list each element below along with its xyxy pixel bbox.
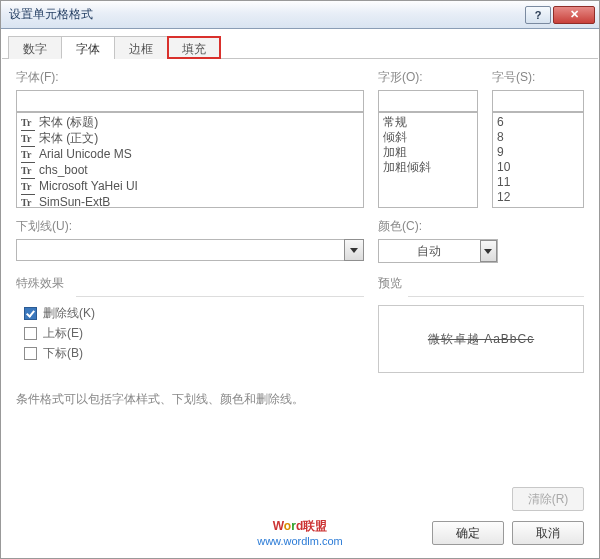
- effects-preview-row: 特殊效果 删除线(K) 上标(E) 下标(B): [16, 263, 584, 373]
- truetype-icon: Tr: [21, 163, 35, 179]
- color-combo[interactable]: 自动: [378, 239, 498, 263]
- font-row: 字体(F): Tr宋体 (标题) Tr宋体 (正文) TrArial Unico…: [16, 69, 584, 208]
- help-button[interactable]: ?: [525, 6, 551, 24]
- tab-strip: 数字 字体 边框 填充: [2, 29, 598, 59]
- truetype-icon: Tr: [21, 115, 35, 131]
- font-input[interactable]: [16, 90, 364, 112]
- divider: [408, 296, 584, 297]
- clear-button-wrap: 清除(R): [512, 487, 584, 511]
- underline-column: 下划线(U):: [16, 218, 364, 263]
- font-option[interactable]: Trchs_boot: [21, 163, 359, 179]
- style-option[interactable]: 倾斜: [383, 130, 473, 145]
- size-option[interactable]: 10: [497, 160, 579, 175]
- strikethrough-checkbox[interactable]: [24, 307, 37, 320]
- font-option[interactable]: TrArial Unicode MS: [21, 147, 359, 163]
- color-column: 颜色(C): 自动: [378, 218, 584, 263]
- watermark-brand: Word联盟: [257, 518, 343, 535]
- color-label: 颜色(C):: [378, 218, 584, 235]
- client-area: 数字 字体 边框 填充 字体(F): Tr宋体 (标题) Tr宋体 (正文) T…: [2, 29, 598, 557]
- dialog-footer: 确定 取消: [432, 521, 584, 545]
- underline-color-row: 下划线(U): 颜色(C): 自动: [16, 218, 584, 263]
- superscript-label: 上标(E): [43, 325, 83, 342]
- style-option[interactable]: 加粗: [383, 145, 473, 160]
- tab-fill[interactable]: 填充: [167, 36, 221, 59]
- chevron-down-icon[interactable]: [480, 240, 497, 262]
- truetype-icon: Tr: [21, 195, 35, 208]
- truetype-icon: Tr: [21, 179, 35, 195]
- divider: [76, 296, 364, 297]
- font-listbox[interactable]: Tr宋体 (标题) Tr宋体 (正文) TrArial Unicode MS T…: [16, 112, 364, 208]
- size-option[interactable]: 6: [497, 115, 579, 130]
- underline-label: 下划线(U):: [16, 218, 364, 235]
- style-label: 字形(O):: [378, 69, 478, 86]
- subscript-checkbox[interactable]: [24, 347, 37, 360]
- size-label: 字号(S):: [492, 69, 584, 86]
- font-label: 字体(F):: [16, 69, 364, 86]
- cancel-button[interactable]: 取消: [512, 521, 584, 545]
- size-option[interactable]: 9: [497, 145, 579, 160]
- superscript-checkbox[interactable]: [24, 327, 37, 340]
- size-option[interactable]: 12: [497, 190, 579, 205]
- tab-font[interactable]: 字体: [61, 36, 115, 59]
- font-option[interactable]: Tr宋体 (正文): [21, 131, 359, 147]
- style-option[interactable]: 常规: [383, 115, 473, 130]
- size-option[interactable]: 11: [497, 175, 579, 190]
- tab-body: 字体(F): Tr宋体 (标题) Tr宋体 (正文) TrArial Unico…: [2, 59, 598, 418]
- titlebar: 设置单元格格式 ? ✕: [1, 1, 599, 29]
- underline-input[interactable]: [16, 239, 344, 261]
- watermark: Word联盟 www.wordlm.com: [257, 518, 343, 547]
- style-option[interactable]: 加粗倾斜: [383, 160, 473, 175]
- underline-combo[interactable]: [16, 239, 364, 261]
- superscript-checkbox-row[interactable]: 上标(E): [24, 325, 364, 342]
- strikethrough-label: 删除线(K): [43, 305, 95, 322]
- color-value: 自动: [379, 243, 480, 260]
- size-option[interactable]: 8: [497, 130, 579, 145]
- font-option[interactable]: Tr宋体 (标题): [21, 115, 359, 131]
- close-button[interactable]: ✕: [553, 6, 595, 24]
- preview-text: 微软卓越 AaBbCc: [428, 331, 534, 348]
- clear-button[interactable]: 清除(R): [512, 487, 584, 511]
- strikethrough-checkbox-row[interactable]: 删除线(K): [24, 305, 364, 322]
- size-listbox[interactable]: 6 8 9 10 11 12: [492, 112, 584, 208]
- truetype-icon: Tr: [21, 147, 35, 163]
- watermark-url: www.wordlm.com: [257, 535, 343, 547]
- special-effects-group: 特殊效果 删除线(K) 上标(E) 下标(B): [16, 275, 364, 373]
- size-column: 字号(S): 6 8 9 10 11 12: [492, 69, 584, 208]
- format-cells-dialog: 设置单元格格式 ? ✕ 数字 字体 边框 填充 字体(F): Tr宋体 (标题)…: [0, 0, 600, 559]
- preview-title: 预览: [378, 275, 584, 292]
- hint-text: 条件格式可以包括字体样式、下划线、颜色和删除线。: [16, 391, 584, 408]
- ok-button[interactable]: 确定: [432, 521, 504, 545]
- tab-border[interactable]: 边框: [114, 36, 168, 59]
- font-option[interactable]: TrSimSun-ExtB: [21, 195, 359, 208]
- style-input[interactable]: [378, 90, 478, 112]
- size-input[interactable]: [492, 90, 584, 112]
- style-column: 字形(O): 常规 倾斜 加粗 加粗倾斜: [378, 69, 478, 208]
- font-column: 字体(F): Tr宋体 (标题) Tr宋体 (正文) TrArial Unico…: [16, 69, 364, 208]
- window-title: 设置单元格格式: [9, 6, 525, 23]
- font-option[interactable]: TrMicrosoft YaHei UI: [21, 179, 359, 195]
- chevron-down-icon[interactable]: [344, 239, 364, 261]
- titlebar-buttons: ? ✕: [525, 6, 595, 24]
- preview-box: 微软卓越 AaBbCc: [378, 305, 584, 373]
- truetype-icon: Tr: [21, 131, 35, 147]
- subscript-label: 下标(B): [43, 345, 83, 362]
- style-listbox[interactable]: 常规 倾斜 加粗 加粗倾斜: [378, 112, 478, 208]
- subscript-checkbox-row[interactable]: 下标(B): [24, 345, 364, 362]
- special-effects-title: 特殊效果: [16, 275, 364, 292]
- preview-group: 预览 微软卓越 AaBbCc: [378, 275, 584, 373]
- tab-number[interactable]: 数字: [8, 36, 62, 59]
